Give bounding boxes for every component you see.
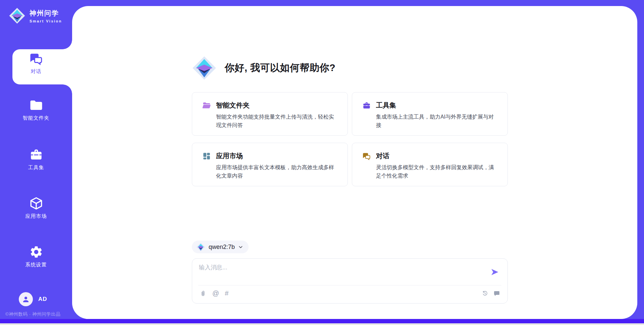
- folder-open-icon: [202, 101, 211, 110]
- card-title: 智能文件夹: [216, 101, 250, 110]
- mention-icon[interactable]: @: [212, 289, 219, 297]
- feedback-bubble-icon[interactable]: [493, 290, 500, 297]
- chat-bubbles-icon: [362, 152, 371, 160]
- folder-icon: [29, 98, 43, 112]
- card-toolset[interactable]: 工具集 集成市场上主流工具，助力AI与外界无缝扩展与对接: [352, 92, 508, 136]
- toolbox-icon: [29, 148, 43, 162]
- main-content-panel: 你好, 我可以如何帮助你? 智能文件夹 智能文件夹功能支持批量文件上传与清洗，轻…: [72, 6, 637, 319]
- sidebar-item-label: 应用市场: [25, 213, 47, 219]
- send-arrow-icon: [490, 267, 499, 277]
- history-icon[interactable]: [482, 290, 488, 297]
- brand-text: 神州问学 Smart Vision: [30, 9, 62, 23]
- card-header: 工具集: [362, 101, 499, 110]
- gear-icon: [29, 245, 43, 259]
- chat-bubbles-icon: [29, 52, 43, 66]
- grid-icon: [202, 152, 211, 160]
- feature-cards: 智能文件夹 智能文件夹功能支持批量文件上传与清洗，轻松实现文件问答 工具集 集成…: [192, 92, 508, 186]
- hashtag-icon[interactable]: #: [225, 289, 228, 297]
- card-app-market[interactable]: 应用市场 应用市场提供丰富长文本模板，助力高效生成多样化文章内容: [192, 143, 348, 186]
- cube-icon: [29, 196, 43, 210]
- paperclip-icon[interactable]: [200, 290, 207, 297]
- greeting-block: 你好, 我可以如何帮助你?: [192, 56, 335, 80]
- message-input-card: @ #: [192, 258, 508, 304]
- send-button[interactable]: [490, 267, 499, 277]
- brand-subtitle: Smart Vision: [30, 19, 62, 23]
- brand: 神州问学 Smart Vision: [9, 7, 62, 24]
- model-name: qwen2:7b: [209, 244, 235, 251]
- sidebar-item-toolset[interactable]: 工具集: [0, 148, 72, 171]
- diamond-logo-icon: [192, 56, 217, 80]
- sidebar-item-app-market[interactable]: 应用市场: [0, 196, 72, 219]
- toolbox-icon: [362, 101, 371, 110]
- sidebar-item-label: 智能文件夹: [23, 115, 50, 121]
- card-title: 应用市场: [216, 151, 243, 160]
- card-title: 工具集: [376, 101, 396, 110]
- card-header: 对话: [362, 151, 499, 160]
- greeting-text: 你好, 我可以如何帮助你?: [225, 61, 335, 75]
- card-header: 应用市场: [202, 151, 339, 160]
- horizontal-scrollbar[interactable]: [0, 323, 644, 325]
- user-name: AD: [38, 296, 47, 303]
- sidebar-item-label: 对话: [31, 68, 42, 75]
- message-input[interactable]: [199, 263, 481, 282]
- copyright-footer: ©神州数码 · 神州问学出品: [5, 311, 60, 317]
- card-header: 智能文件夹: [202, 101, 339, 110]
- card-smart-folder[interactable]: 智能文件夹 智能文件夹功能支持批量文件上传与清洗，轻松实现文件问答: [192, 92, 348, 136]
- avatar: [19, 292, 33, 306]
- input-toolbar-right: [482, 290, 500, 297]
- sidebar-item-settings[interactable]: 系统设置: [0, 245, 72, 268]
- bottom-accent-bar: [0, 319, 644, 323]
- user-account[interactable]: AD: [19, 292, 47, 306]
- card-description: 应用市场提供丰富长文本模板，助力高效生成多样化文章内容: [216, 164, 339, 180]
- model-selector[interactable]: qwen2:7b: [192, 241, 249, 253]
- diamond-logo-icon: [196, 243, 205, 252]
- person-icon: [22, 295, 30, 303]
- chevron-down-icon: [238, 245, 243, 250]
- input-toolbar-left: @ #: [200, 289, 228, 297]
- model-selector-row: qwen2:7b: [192, 241, 249, 253]
- sidebar-item-smart-folder[interactable]: 智能文件夹: [0, 98, 72, 121]
- sidebar-item-label: 系统设置: [25, 262, 47, 268]
- brand-diamond-logo-icon: [9, 7, 25, 24]
- card-title: 对话: [376, 151, 389, 160]
- card-description: 智能文件夹功能支持批量文件上传与清洗，轻松实现文件问答: [216, 113, 339, 130]
- card-description: 灵活切换多模型文件，支持多样回复效果调试，满足个性化需求: [376, 164, 499, 180]
- card-description: 集成市场上主流工具，助力AI与外界无缝扩展与对接: [376, 113, 499, 130]
- sidebar-item-label: 工具集: [28, 165, 44, 171]
- brand-name: 神州问学: [30, 9, 62, 18]
- sidebar-item-chat[interactable]: 对话: [0, 52, 72, 75]
- input-divider: [198, 285, 501, 285]
- card-chat[interactable]: 对话 灵活切换多模型文件，支持多样回复效果调试，满足个性化需求: [352, 143, 508, 186]
